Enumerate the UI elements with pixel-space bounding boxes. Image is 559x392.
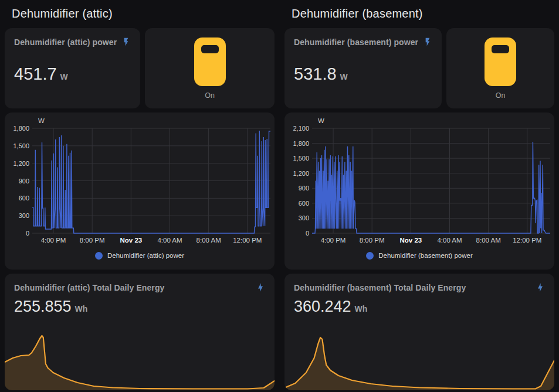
svg-text:4:00 AM: 4:00 AM — [157, 237, 182, 244]
svg-text:4:00 PM: 4:00 PM — [321, 237, 346, 244]
svg-text:1,200: 1,200 — [13, 160, 29, 167]
svg-text:1,200: 1,200 — [293, 170, 309, 177]
power-value: 531.8 — [294, 66, 337, 83]
svg-text:600: 600 — [19, 195, 29, 202]
top-row-basement: Dehumidifier (basement) power 531.8 W On — [284, 28, 554, 108]
switch-state-label: On — [205, 91, 215, 100]
power-plug-icon[interactable] — [194, 38, 226, 86]
switch-state-label: On — [496, 91, 506, 100]
svg-text:600: 600 — [299, 200, 309, 207]
power-sensor-card-attic[interactable]: Dehumidifier (attic) power 451.7 W — [5, 28, 140, 108]
svg-text:12:00 PM: 12:00 PM — [233, 237, 262, 244]
svg-text:900: 900 — [19, 178, 29, 185]
energy-unit: Wh — [355, 304, 368, 313]
lightning-bolt-icon — [256, 282, 265, 293]
svg-text:12:00 PM: 12:00 PM — [513, 237, 541, 244]
power-history-chart: 1,8001,5001,20090060030004:00 PM8:00 PMN… — [5, 113, 275, 247]
dashboard: Dehumidifier (attic) Dehumidifier (attic… — [5, 5, 554, 390]
plug-slot — [201, 45, 219, 53]
section-title-attic: Dehumidifier (attic) — [12, 6, 275, 21]
energy-unit: Wh — [75, 304, 88, 313]
power-value: 451.7 — [14, 66, 57, 83]
energy-value: 360.242 — [294, 299, 351, 315]
power-plug-icon[interactable] — [485, 38, 516, 86]
history-chart-card-basement[interactable]: 2,1001,8001,5001,20090060030004:00 PM8:0… — [284, 113, 554, 270]
svg-text:W: W — [38, 117, 45, 124]
svg-text:8:00 PM: 8:00 PM — [360, 237, 385, 244]
section-attic: Dehumidifier (attic) Dehumidifier (attic… — [5, 5, 275, 390]
lightning-bolt-icon — [536, 282, 545, 293]
svg-text:0: 0 — [306, 230, 309, 237]
svg-text:1,800: 1,800 — [13, 125, 29, 132]
svg-text:4:00 PM: 4:00 PM — [41, 237, 66, 244]
power-sensor-card-basement[interactable]: Dehumidifier (basement) power 531.8 W — [284, 28, 442, 108]
energy-value: 255.855 — [14, 299, 72, 315]
energy-sparkline-chart — [284, 332, 554, 390]
svg-text:4:00 AM: 4:00 AM — [437, 237, 462, 244]
energy-entity-name: Dehumidifier (attic) Total Daily Energy — [14, 282, 251, 294]
svg-text:Nov 23: Nov 23 — [120, 237, 142, 244]
svg-text:Nov 23: Nov 23 — [399, 237, 422, 244]
chart-legend: Dehumidifier (basement) power — [284, 247, 554, 264]
svg-text:1,500: 1,500 — [13, 142, 29, 149]
flash-icon — [423, 36, 432, 47]
top-row-attic: Dehumidifier (attic) power 451.7 W On — [5, 28, 275, 108]
svg-text:8:00 PM: 8:00 PM — [80, 237, 105, 244]
energy-entity-name: Dehumidifier (basement) Total Daily Ener… — [294, 282, 531, 294]
legend-label: Dehumidifier (attic) power — [107, 252, 184, 259]
history-chart-card-attic[interactable]: 1,8001,5001,20090060030004:00 PM8:00 PMN… — [5, 113, 275, 270]
legend-dot-icon — [366, 252, 374, 260]
energy-sparkline-chart — [5, 332, 275, 390]
switch-card-attic[interactable]: On — [145, 28, 275, 108]
svg-text:8:00 AM: 8:00 AM — [476, 237, 501, 244]
section-basement: Dehumidifier (basement) Dehumidifier (ba… — [284, 5, 554, 390]
flash-icon — [121, 36, 131, 47]
svg-text:900: 900 — [299, 185, 309, 192]
svg-text:2,100: 2,100 — [293, 125, 309, 132]
energy-card-attic[interactable]: Dehumidifier (attic) Total Daily Energy … — [5, 274, 275, 390]
svg-text:0: 0 — [26, 230, 29, 237]
svg-text:300: 300 — [299, 214, 309, 221]
plug-slot — [492, 45, 509, 53]
legend-label: Dehumidifier (basement) power — [378, 252, 472, 259]
svg-text:1,500: 1,500 — [293, 155, 309, 162]
legend-dot-icon — [95, 252, 103, 260]
svg-text:1,800: 1,800 — [293, 140, 309, 147]
svg-text:300: 300 — [19, 212, 29, 219]
switch-card-basement[interactable]: On — [446, 28, 554, 108]
svg-text:8:00 AM: 8:00 AM — [197, 237, 221, 244]
power-entity-name: Dehumidifier (attic) power — [14, 36, 117, 48]
energy-card-basement[interactable]: Dehumidifier (basement) Total Daily Ener… — [284, 274, 554, 390]
power-entity-name: Dehumidifier (basement) power — [294, 36, 418, 48]
chart-legend: Dehumidifier (attic) power — [5, 247, 275, 264]
power-history-chart: 2,1001,8001,5001,20090060030004:00 PM8:0… — [284, 113, 554, 247]
power-unit: W — [340, 72, 348, 81]
power-unit: W — [60, 72, 68, 81]
section-title-basement: Dehumidifier (basement) — [292, 6, 554, 21]
svg-text:W: W — [318, 117, 324, 124]
